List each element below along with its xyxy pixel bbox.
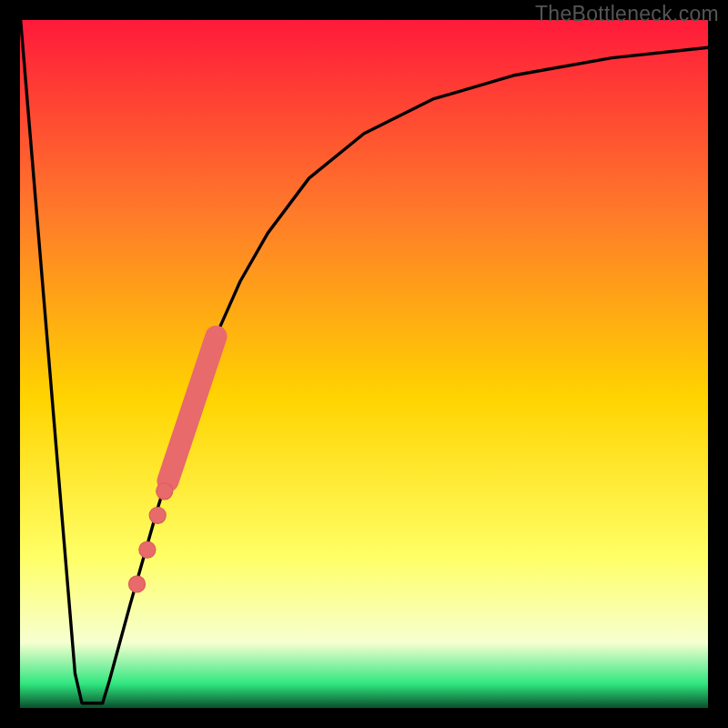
chart-frame: TheBottleneck.com <box>0 0 728 728</box>
watermark-label: TheBottleneck.com <box>535 2 719 26</box>
highlight-dot <box>149 507 166 523</box>
plot-area <box>20 20 708 708</box>
highlight-dot <box>139 541 156 558</box>
gradient-background <box>20 20 708 708</box>
highlight-dot <box>128 576 145 592</box>
chart-svg <box>20 20 708 708</box>
highlight-dot <box>157 483 173 500</box>
